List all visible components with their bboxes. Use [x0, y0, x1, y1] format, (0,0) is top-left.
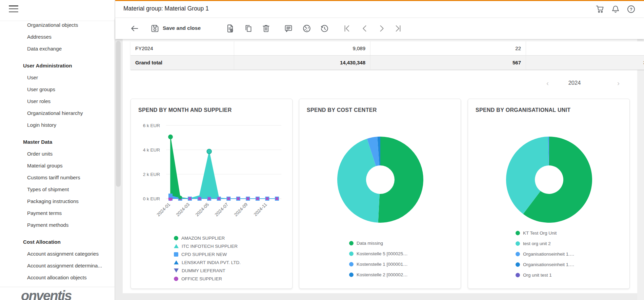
sidebar-item-account-assignment-categories[interactable]: Account assignment categories: [0, 248, 115, 260]
save-icon[interactable]: [150, 24, 160, 33]
y-axis-tick: 4 k EUR: [143, 147, 160, 153]
year-label: 2024: [515, 80, 634, 86]
sidebar-item-user[interactable]: User: [0, 72, 115, 83]
main-area: FY2024 9,089 22 313.42 Grand total 14,43…: [115, 39, 644, 300]
sidebar-item-payment-methods[interactable]: Payment methods: [0, 219, 115, 231]
delete-icon[interactable]: [261, 24, 271, 33]
year-navigator: ‹ 2024 ›: [515, 77, 634, 89]
chart-legend: AMAZON SUPPLIER ITC INFOTECH SUPPLIER CP…: [174, 234, 241, 283]
legend-item[interactable]: Data missing: [349, 238, 408, 248]
year-next-icon[interactable]: ›: [617, 79, 620, 87]
legend-item[interactable]: Organisationseinheit 1.…: [516, 249, 575, 259]
legend-label: KT Test Org Unit: [523, 231, 557, 236]
copy-icon[interactable]: [244, 24, 253, 33]
sidebar-item-user-roles[interactable]: User roles: [0, 95, 115, 107]
legend-label: CPD SUPPLIER NEW: [181, 252, 227, 257]
sidebar-heading-cost-allocation: Cost Allocation: [0, 236, 115, 248]
comment-icon[interactable]: [284, 24, 293, 33]
legend-item[interactable]: Kostenstelle 5 [000025…: [349, 248, 408, 259]
page-header: Material group: Material Group 1 ?: [115, 1, 644, 18]
legend-label: LENSKART INDIA PVT. LTD.: [182, 260, 241, 265]
next-page-icon[interactable]: [377, 24, 386, 33]
legend-marker: [174, 277, 178, 281]
marker-square: [198, 197, 201, 200]
legend-item[interactable]: CPD SUPPLIER NEW: [174, 250, 241, 258]
y-axis-tick: 2 k EUR: [143, 172, 160, 177]
area-chart[interactable]: 0 k EUR2 k EUR4 k EUR6 k EUR2024-012024-…: [131, 115, 293, 231]
area-series: [170, 152, 277, 199]
table-cell-count: 22: [370, 41, 526, 56]
donut-chart[interactable]: [299, 115, 461, 231]
legend-label: Data missing: [357, 241, 383, 246]
svg-text:?: ?: [630, 7, 632, 12]
legend-item[interactable]: KT Test Org Unit: [516, 228, 575, 238]
legend-marker: [516, 252, 520, 256]
save-and-close-button[interactable]: Save and close: [163, 25, 201, 31]
sidebar-item-packaging-instructions[interactable]: Packaging instructions: [0, 195, 115, 207]
sidebar-item-account-assignment-determination[interactable]: Account assignment determina...: [0, 260, 115, 272]
legend-marker: [516, 241, 520, 246]
legend-item[interactable]: test org unit 2: [516, 238, 575, 249]
legend-item[interactable]: Kostenstelle 2 [000002…: [349, 269, 408, 280]
sidebar-item-login-history[interactable]: Login history: [0, 119, 115, 131]
sidebar-item-user-groups[interactable]: User groups: [0, 83, 115, 95]
sidebar-item-addresses[interactable]: Addresses: [0, 31, 115, 43]
legend-marker: [174, 260, 179, 264]
prev-page-icon[interactable]: [360, 24, 369, 33]
legend-item[interactable]: Organisationseinheit 1.…: [516, 259, 575, 270]
new-document-icon[interactable]: [225, 24, 235, 33]
sidebar-item-order-units[interactable]: Order units: [0, 148, 115, 160]
marker-circle: [207, 149, 212, 154]
sidebar-item-payment-terms[interactable]: Payment terms: [0, 207, 115, 219]
legend-label: OFFICE SUPPLIER: [181, 276, 222, 281]
legend-item[interactable]: OFFICE SUPPLIER: [174, 275, 241, 283]
chart-title: SPEND BY COST CENTER: [307, 107, 377, 113]
legend-item[interactable]: DUMMY LIEFERANT: [174, 266, 241, 275]
sidebar-item-data-exchange[interactable]: Data exchange: [0, 43, 115, 55]
legend-marker: [516, 262, 520, 267]
right-scrollbar-track[interactable]: [637, 39, 644, 300]
marker-square: [237, 197, 240, 200]
marker-square: [169, 197, 172, 200]
legend-item[interactable]: Kostenstelle 1 [000001…: [349, 259, 408, 269]
sidebar-divider: [0, 287, 115, 287]
sidebar-item-account-allocation-objects[interactable]: Account allocation objects: [0, 272, 115, 283]
page-title: Material group: Material Group 1: [123, 5, 209, 12]
table-cell-period: Grand total: [130, 56, 234, 70]
cart-icon[interactable]: [595, 4, 605, 14]
legend-item[interactable]: ITC INFOTECH SUPPLIER: [174, 242, 241, 250]
legend-label: Kostenstelle 5 [000025…: [357, 251, 408, 256]
x-axis-tick: 2024-03: [175, 202, 191, 218]
left-scrollbar-thumb[interactable]: [116, 41, 121, 187]
sidebar-heading-user-administration: User Administration: [0, 60, 115, 72]
first-page-icon[interactable]: [342, 24, 352, 33]
gauge-icon[interactable]: [302, 24, 311, 33]
legend-marker: [174, 252, 178, 257]
legend-item[interactable]: LENSKART INDIA PVT. LTD.: [174, 258, 241, 266]
hamburger-menu-icon[interactable]: [9, 5, 18, 13]
legend-marker: [516, 273, 520, 277]
sidebar-item-material-groups[interactable]: Material groups: [0, 160, 115, 172]
left-scrollbar-track[interactable]: [115, 39, 123, 300]
table-cell-period: FY2024: [130, 41, 234, 56]
last-page-icon[interactable]: [393, 24, 403, 33]
bell-icon[interactable]: [611, 4, 620, 14]
sidebar-item-organizational-hierarchy[interactable]: Organizational hierarchy: [0, 107, 115, 119]
back-arrow-icon[interactable]: [130, 24, 139, 33]
sidebar-item-organizational-objects[interactable]: Organizational objects: [0, 19, 115, 31]
sidebar-item-customs-tariff-numbers[interactable]: Customs tariff numbers: [0, 172, 115, 183]
help-icon[interactable]: ?: [626, 4, 636, 14]
legend-label: AMAZON SUPPLIER: [181, 236, 225, 241]
sidebar-item-types-of-shipment[interactable]: Types of shipment: [0, 183, 115, 195]
y-axis-tick: 0 k EUR: [143, 196, 160, 201]
app-screen: Organizational objects Addresses Data ex…: [0, 0, 644, 300]
legend-item[interactable]: AMAZON SUPPLIER: [174, 234, 241, 242]
horizontal-scrollbar-track[interactable]: [123, 293, 637, 300]
table-row-grand-total: Grand total 14,430,348 567 36,517.63: [130, 56, 644, 70]
donut-slice[interactable]: [378, 137, 423, 223]
legend-item[interactable]: Org unit test 1: [516, 270, 575, 280]
donut-chart[interactable]: [468, 115, 630, 231]
legend-label: Organisationseinheit 1.…: [523, 262, 575, 267]
history-icon[interactable]: [320, 24, 329, 33]
marker-circle: [168, 135, 173, 139]
